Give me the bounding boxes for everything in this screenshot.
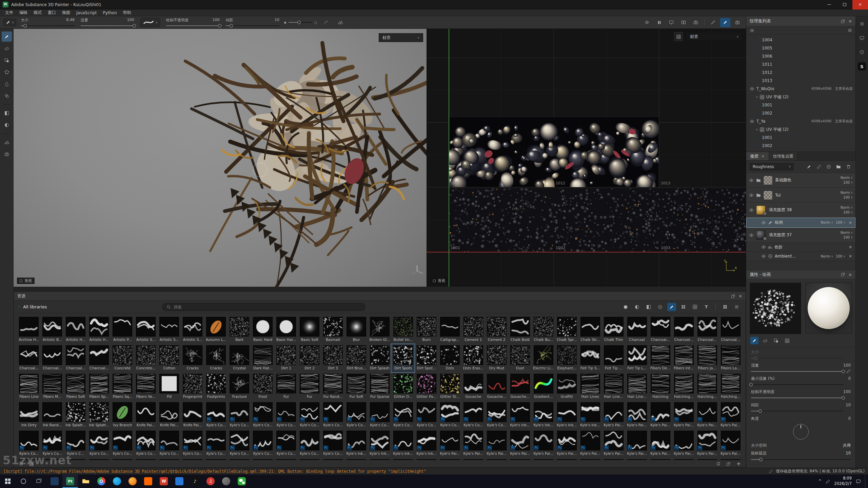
visibility-button[interactable] <box>642 18 652 27</box>
asset-item[interactable]: PsKyle's Ink... <box>555 401 578 429</box>
properties-popout-button[interactable] <box>841 272 845 277</box>
asset-item[interactable]: Hatching <box>649 372 672 401</box>
size-space-setting[interactable]: 大小空间共用 <box>746 441 855 449</box>
asset-item[interactable]: Fur Soft <box>345 372 368 401</box>
asset-item[interactable]: Fibers La... <box>719 344 742 372</box>
asset-item[interactable]: Cracks <box>204 344 228 372</box>
asset-item[interactable]: Fracture <box>228 372 251 401</box>
asset-item[interactable]: PsKyle's Co... <box>228 401 251 429</box>
view-list-view[interactable] <box>732 303 741 311</box>
asset-item[interactable]: Charcoal... <box>695 316 719 344</box>
asset-item[interactable]: Glitter D... <box>391 372 415 401</box>
brush-preset-button[interactable]: ∨ <box>3 19 16 26</box>
asset-item[interactable]: PsKyle's Pai... <box>555 429 578 458</box>
symmetry-button[interactable] <box>335 18 346 27</box>
asset-item[interactable]: Bullet Im... <box>391 316 415 344</box>
asset-item[interactable]: Chalk Spr... <box>555 316 578 344</box>
falloff-button[interactable] <box>321 18 331 27</box>
taskbar-app-app-orange[interactable] <box>140 474 156 488</box>
asset-item[interactable]: Fibers De... <box>649 344 672 372</box>
asset-item[interactable]: PsKyle's Co... <box>368 401 392 429</box>
size-slider[interactable] <box>751 357 843 360</box>
spacing-slider[interactable] <box>226 24 279 27</box>
asset-item[interactable]: PsKyle's Pai... <box>672 401 695 429</box>
assets-popout-button[interactable] <box>731 294 735 298</box>
udim-row[interactable]: 1006 <box>746 52 855 60</box>
asset-item[interactable]: Knife Pai... <box>134 401 158 429</box>
chevron-down-icon[interactable]: ∨ <box>756 128 758 131</box>
asset-item[interactable]: Hatching... <box>672 372 695 401</box>
filter-text[interactable]: T <box>702 303 711 311</box>
menu-item-3[interactable]: 窗口 <box>45 9 59 16</box>
asset-item[interactable]: Charcoal... <box>672 316 695 344</box>
tray-pen-icon[interactable] <box>826 479 830 484</box>
asset-item[interactable]: PsKyle's Pai... <box>555 458 578 460</box>
asset-item[interactable]: PsKyle's C... <box>64 429 87 458</box>
asset-item[interactable]: PsKyle's Pai... <box>625 458 649 460</box>
asset-item[interactable]: PsKyle's Co... <box>391 401 415 429</box>
asset-item[interactable]: PsKyle's Co... <box>204 429 228 458</box>
asset-item[interactable]: Hair Line... <box>625 372 649 401</box>
asset-item[interactable]: Ivy Branch <box>111 401 134 429</box>
udim-row[interactable]: 1005 <box>746 44 855 52</box>
eye-icon[interactable] <box>761 245 766 249</box>
task-view-button[interactable] <box>31 474 47 488</box>
asset-item[interactable]: Ink Dirty <box>17 401 41 429</box>
layer-row[interactable]: 填充图层 37Norm∨100∨ <box>746 228 855 243</box>
asset-item[interactable]: Fetl Tip L... <box>625 344 649 372</box>
asset-item[interactable]: Knife Pai... <box>181 401 204 429</box>
asset-item[interactable]: Fur Rand... <box>321 372 345 401</box>
navigation-gizmo[interactable] <box>410 264 425 277</box>
asset-item[interactable]: Dust <box>508 344 532 372</box>
udim-row[interactable]: 1001 <box>746 134 855 142</box>
texture-set-row[interactable]: T_Ya4096x4096主要着色器 <box>746 117 855 125</box>
asset-item[interactable]: PsKyle's Pai... <box>508 458 532 460</box>
asset-item[interactable]: PsKyle's Pai... <box>578 458 602 460</box>
library-selector[interactable]: All libraries <box>23 304 47 309</box>
eye-icon[interactable] <box>749 208 754 212</box>
asset-item[interactable]: Basmati <box>321 316 345 344</box>
taskbar-app-firefox[interactable] <box>125 474 140 488</box>
asset-item[interactable]: PsKyle's Pai... <box>345 458 368 460</box>
asset-item[interactable]: Bark <box>228 316 251 344</box>
asset-item[interactable]: PsKyle's Pai... <box>64 458 87 460</box>
add-pencil-button[interactable] <box>815 163 823 170</box>
asset-item[interactable]: PsKyle's Co... <box>461 401 485 429</box>
viewport-3d[interactable]: 材质∨ 透视 <box>14 29 427 287</box>
asset-item[interactable]: PsKyle's Pai... <box>181 458 204 460</box>
asset-item[interactable]: PsKyle's Pai... <box>415 458 438 460</box>
layer-effect-row[interactable]: 色阶× <box>746 243 855 252</box>
opacity-select[interactable]: 100∨ <box>843 196 853 199</box>
lazy-mouse-setting[interactable]: 鼠标延迟10 <box>746 449 855 456</box>
asset-item[interactable]: PsKyle's Ink... <box>345 429 368 458</box>
asset-item[interactable]: Dark Hat... <box>251 344 275 372</box>
paint-mode-button[interactable] <box>750 337 758 344</box>
asset-item[interactable]: Dirt Brus... <box>345 344 368 372</box>
asset-item[interactable]: PsKyle's Pai... <box>275 458 298 460</box>
angle-dial[interactable] <box>793 424 809 440</box>
asset-item[interactable]: PsKyle's Ink... <box>532 401 555 429</box>
asset-item[interactable]: PsKyle's Pai... <box>695 401 719 429</box>
asset-item[interactable]: PsKyle's Pai... <box>485 429 508 458</box>
asset-item[interactable]: Dry Mud <box>485 344 508 372</box>
add-folder-button[interactable] <box>835 163 842 170</box>
asset-item[interactable]: Dirt Splash <box>368 344 392 372</box>
asset-item[interactable]: Artistic S... <box>134 316 158 344</box>
chevron-right-icon[interactable]: › <box>19 305 20 308</box>
asset-item[interactable]: PsKyle's Pai... <box>228 458 251 460</box>
menu-item-1[interactable]: 编辑 <box>16 9 31 16</box>
asset-item[interactable]: PsKyle's Pai... <box>649 401 672 429</box>
menu-item-4[interactable]: 视图 <box>59 9 73 16</box>
eye-icon[interactable] <box>749 233 754 238</box>
material-dropdown-2d[interactable]: 材质∨ <box>686 32 742 41</box>
asset-item[interactable]: Chalk Str... <box>578 316 602 344</box>
shelf-settings-button[interactable] <box>725 461 732 467</box>
asset-item[interactable]: Fibers Line <box>17 372 41 401</box>
blend-mode-select[interactable]: Norm∨ <box>821 255 833 258</box>
opacity-select[interactable]: 100∨ <box>843 236 853 239</box>
asset-item[interactable]: Basic Hard <box>251 316 275 344</box>
asset-item[interactable]: PsKyle's Pai... <box>438 429 461 458</box>
asset-item[interactable]: Artistic S... <box>181 316 204 344</box>
asset-item[interactable]: Dirt Spots <box>391 344 415 372</box>
asset-item[interactable]: Autumn L... <box>204 316 228 344</box>
